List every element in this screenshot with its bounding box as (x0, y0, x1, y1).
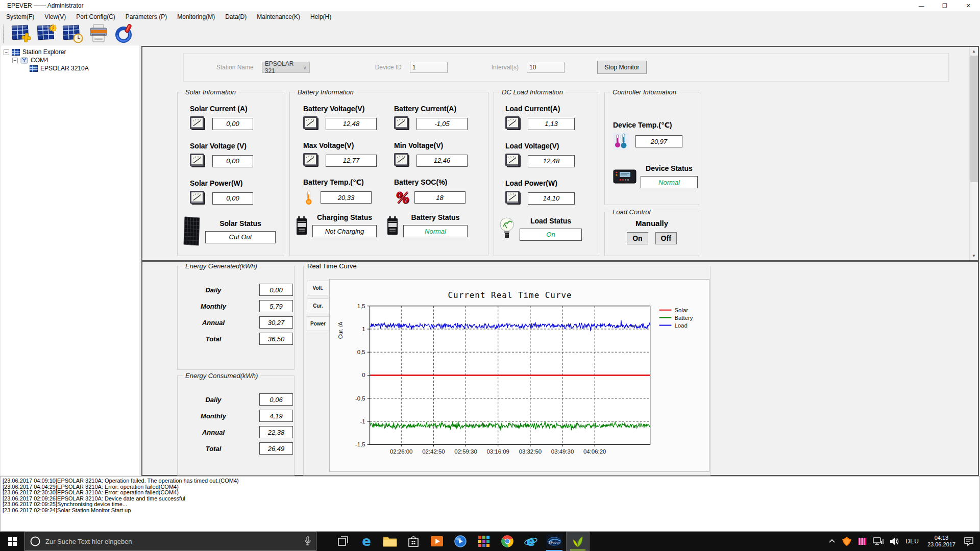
add-station-button[interactable] (10, 23, 34, 44)
station-monitor-button[interactable] (35, 23, 59, 44)
load-current-field: Load Current(A)1,13 (505, 105, 599, 131)
menu-port-config[interactable]: Port Config(C) (71, 11, 120, 22)
restore-button[interactable]: ❐ (933, 0, 957, 11)
solar-status-value: Cut Out (205, 231, 276, 243)
tree-expander[interactable]: − (12, 58, 18, 63)
apps-grid-icon (478, 535, 490, 547)
energy-generated-label-3: Total (191, 335, 236, 343)
taskbar-task-view[interactable] (331, 532, 355, 551)
device-id-label: Device ID (375, 64, 402, 71)
network-icon (872, 537, 884, 546)
tray-volume[interactable] (889, 537, 899, 546)
solar-voltage-value: 0,00 (212, 155, 253, 167)
percent-icon: % (394, 190, 408, 205)
tray-app[interactable] (857, 537, 867, 546)
energy-consumed-label-1: Monthly (191, 412, 236, 420)
rtc-tab-cur[interactable]: Cur. (307, 298, 329, 313)
energy-generated-panel: Energy Generated(kWh) Daily0,00Monthly5,… (177, 266, 295, 370)
battery-current-value: -1,05 (416, 118, 468, 130)
menu-help[interactable]: Help(H) (305, 11, 336, 22)
taskbar-search[interactable] (24, 532, 316, 551)
meter-icon (190, 191, 206, 206)
exit-button[interactable] (112, 23, 136, 44)
rtc-tab-volt[interactable]: Volt. (307, 281, 329, 295)
scroll-thumb[interactable] (970, 56, 978, 182)
tree-item-com4[interactable]: −COM4 (1, 56, 139, 64)
battery-information-title: Battery Information (295, 88, 356, 96)
minimize-button[interactable]: — (910, 0, 933, 11)
taskbar-epever[interactable]: EPever (543, 532, 566, 551)
taskbar-clock[interactable]: 04:13 23.06.2017 (923, 532, 960, 551)
notification-center-button[interactable] (960, 532, 980, 551)
solar-voltage-label: Solar Voltage (V) (190, 142, 284, 150)
battery-voltage-value: 12,48 (326, 118, 377, 130)
meter-icon (303, 153, 320, 168)
log-area: [23.06.2017 04:09:10]EPSOLAR 3210A: Oper… (0, 476, 980, 532)
taskbar-chrome[interactable] (496, 532, 519, 551)
language-indicator[interactable]: DEU (901, 532, 923, 551)
taskbar-store[interactable] (402, 532, 425, 551)
svg-text:0: 0 (362, 372, 365, 378)
stop-monitor-button[interactable]: Stop Monitor (597, 61, 647, 74)
interval-input[interactable] (527, 62, 565, 73)
search-input[interactable] (45, 538, 300, 545)
taskbar-media-app[interactable] (449, 532, 472, 551)
solar-information-panel: Solar Information Solar Current (A)0,00S… (177, 92, 284, 256)
taskbar-edge[interactable]: e (355, 532, 378, 551)
taskbar-apps-hub[interactable] (472, 532, 496, 551)
tree-expander[interactable]: − (4, 49, 9, 55)
controller-information-title: Controller Information (610, 88, 679, 96)
energy-generated-row-monthly: Monthly5,79 (191, 300, 294, 312)
device-status-label: Device Status (646, 164, 693, 172)
menu-system[interactable]: System(F) (1, 11, 39, 22)
rtc-tab-power[interactable]: Power (307, 316, 329, 331)
energy-consumed-row-total: Total26,49 (191, 442, 294, 455)
log-entry-4: [23.06.2017 02:09:25]Synchronising devic… (3, 502, 977, 508)
menu-parameters-[interactable]: Parameters (P) (120, 11, 172, 22)
tray-network[interactable] (872, 537, 884, 546)
menu-view[interactable]: View(V) (39, 11, 71, 22)
station-name-label: Station Name (216, 64, 254, 71)
tree-item-epsolar-3210a[interactable]: EPSOLAR 3210A (1, 64, 139, 72)
start-button[interactable] (0, 532, 24, 551)
history-data-button[interactable] (61, 23, 85, 44)
tree-item-station-explorer[interactable]: −Station Explorer (1, 48, 139, 56)
max-voltage-field: Max Voltage(V)12,77 (303, 141, 394, 168)
meter-icon (190, 116, 206, 131)
tray-antivirus[interactable] (842, 536, 852, 546)
station-name-select[interactable]: EPSOLAR 321 ∨ (262, 62, 310, 73)
battery-soc-label: Battery SOC(%) (394, 178, 485, 186)
controller-icon (613, 169, 636, 184)
scroll-down-arrow[interactable]: ▼ (970, 252, 978, 260)
meter-icon (505, 191, 522, 206)
menu-data[interactable]: Data(D) (220, 11, 252, 22)
taskbar-video-app[interactable] (425, 532, 449, 551)
tree-solar-icon (30, 65, 38, 72)
load-current-value: 1,13 (528, 118, 575, 130)
microphone-icon (304, 536, 311, 546)
print-button[interactable] (86, 23, 110, 44)
solar-current-field: Solar Current (A)0,00 (190, 105, 284, 131)
tree-item-label: Station Explorer (22, 48, 66, 56)
monitor-scrollbar[interactable]: ▲ ▼ (969, 47, 978, 260)
scroll-up-arrow[interactable]: ▲ (970, 47, 978, 56)
taskbar-file-explorer[interactable] (378, 532, 402, 551)
close-button[interactable]: ✕ (957, 0, 980, 11)
solar-status-block: Solar StatusCut Out (183, 216, 276, 246)
taskbar-solar-monitor[interactable] (566, 532, 590, 551)
taskbar-ie[interactable]: e (519, 532, 543, 551)
device-id-input[interactable] (410, 62, 448, 73)
media-app-icon (454, 535, 467, 548)
svg-text:1,5: 1,5 (357, 303, 365, 309)
load-off-button[interactable]: Off (655, 232, 677, 244)
station-explorer-tree: −Station Explorer−COM4EPSOLAR 3210A (0, 45, 139, 476)
battery-information-panel: Battery Information Battery Voltage(V)12… (289, 92, 488, 256)
menu-monitoring[interactable]: Monitoring(M) (172, 11, 220, 22)
svg-text:03:49:30: 03:49:30 (551, 448, 574, 455)
min-voltage-field: Min Voltage(V)12,46 (394, 141, 485, 168)
tray-chevron[interactable] (828, 537, 836, 545)
menu-maintenance[interactable]: Maintenance(K) (252, 11, 305, 22)
svg-text:e: e (362, 534, 371, 548)
load-on-button[interactable]: On (627, 232, 648, 244)
svg-text:Load: Load (674, 322, 687, 329)
